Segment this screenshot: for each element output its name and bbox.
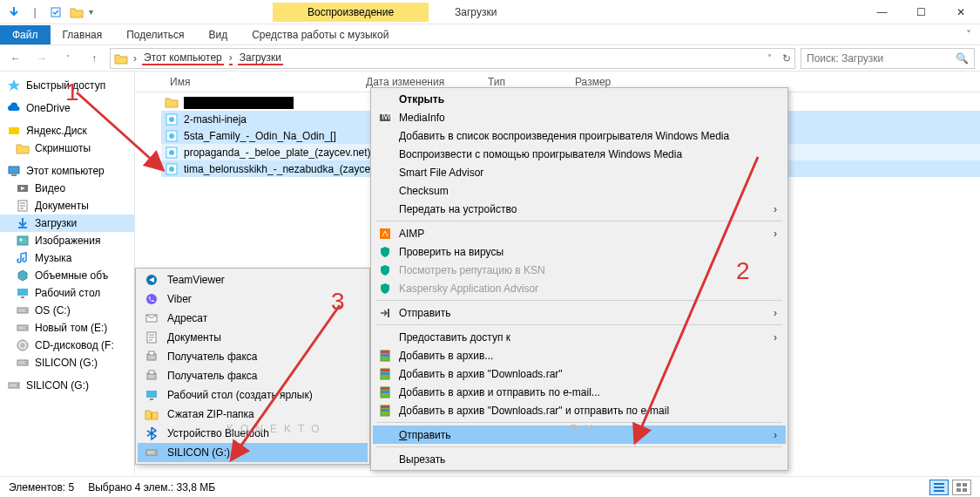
col-type[interactable]: Тип (479, 76, 566, 88)
view-details-button[interactable] (929, 480, 949, 495)
sidebar-item[interactable]: OneDrive (0, 99, 134, 117)
menu-label: Отправить (399, 429, 451, 441)
sidebar-item[interactable]: Музыка (0, 249, 134, 267)
menu-label: Kaspersky Application Advisor (399, 283, 538, 295)
hdd-icon (16, 303, 30, 317)
checkbox-icon[interactable] (47, 3, 64, 21)
svg-rect-9 (21, 296, 24, 298)
dropdown-icon[interactable]: | (26, 3, 44, 21)
submenu-item[interactable]: Документы (138, 328, 368, 347)
submenu-item[interactable]: TeamViewer (138, 270, 368, 289)
svg-rect-46 (381, 351, 389, 353)
tab-view[interactable]: Вид (196, 25, 240, 44)
minimize-button[interactable]: — (862, 0, 902, 24)
submenu-item[interactable]: Сжатая ZIP-папка (138, 405, 368, 424)
col-name[interactable]: Имя (161, 76, 357, 88)
menu-item[interactable]: Добавить в архив "Downloads.rar" (373, 364, 786, 383)
menu-item[interactable]: MIMediaInfo (373, 108, 786, 126)
sidebar-item[interactable]: Изображения (0, 232, 134, 249)
ydisk-icon (7, 124, 21, 138)
search-box[interactable]: 🔍 (801, 48, 975, 69)
svg-rect-56 (381, 409, 389, 412)
submenu-item[interactable]: Рабочий стол (создать ярлык) (138, 385, 368, 405)
col-date[interactable]: Дата изменения (357, 76, 479, 88)
chevron-right-icon[interactable]: › (229, 51, 233, 65)
menu-label: Открыть (399, 93, 444, 106)
expand-ribbon-icon[interactable]: ˅ (957, 29, 980, 41)
submenu-item[interactable]: Получатель факса (138, 366, 368, 385)
search-input[interactable] (807, 52, 956, 65)
tab-file[interactable]: Файл (0, 25, 51, 44)
dropdown-icon[interactable]: ˅ (767, 53, 772, 63)
address-bar[interactable]: › Этот компьютер › Загрузки ˅ ↻ (110, 48, 795, 69)
menu-item[interactable]: Отправить› (373, 303, 786, 322)
cd-icon (16, 338, 30, 352)
close-button[interactable]: ✕ (941, 0, 980, 24)
sidebar-item[interactable]: Рабочий стол (0, 284, 134, 302)
submenu-item[interactable]: Viber (138, 289, 368, 309)
sidebar-item[interactable]: Видео (0, 180, 134, 197)
sidebar-item[interactable]: Документы (0, 197, 134, 214)
arrow-down-icon[interactable] (5, 3, 23, 21)
forward-button[interactable]: → (31, 48, 52, 69)
svg-rect-37 (150, 398, 153, 400)
menu-item[interactable]: Передать на устройство› (373, 200, 786, 218)
tab-share[interactable]: Поделиться (114, 25, 196, 44)
submenu-item[interactable]: Получатель факса (138, 347, 368, 366)
submenu-item[interactable]: Адресат (138, 309, 368, 328)
rar-icon (378, 349, 392, 363)
menu-item[interactable]: Отправить› (373, 426, 786, 444)
tab-music-tools[interactable]: Средства работы с музыкой (240, 25, 401, 44)
folder-icon[interactable] (68, 3, 85, 21)
submenu-item[interactable]: SILICON (G:) (138, 443, 368, 462)
sidebar-item[interactable]: Новый том (E:) (0, 319, 134, 337)
sidebar-item[interactable]: Быстрый доступ (0, 77, 134, 94)
menu-item[interactable]: Smart File Advisor (373, 163, 786, 181)
breadcrumb-pc[interactable]: Этот компьютер (142, 51, 224, 65)
sidebar-item[interactable]: OS (C:) (0, 302, 134, 319)
menu-item[interactable]: Добавить в архив "Downloads.rar" и отпра… (373, 401, 786, 419)
chevron-right-icon[interactable]: › (133, 52, 137, 65)
svg-rect-55 (381, 405, 389, 408)
refresh-icon[interactable]: ↻ (777, 52, 791, 65)
sidebar-item[interactable]: CD-дисковод (F: (0, 337, 134, 354)
sidebar-item[interactable]: SILICON (G:) (0, 354, 134, 371)
3d-icon (16, 269, 30, 283)
sidebar-item[interactable]: Загрузки (0, 214, 134, 232)
star-icon (7, 78, 21, 92)
dropdown-icon[interactable]: ▾ (89, 7, 93, 17)
up-button[interactable]: ↑ (84, 48, 105, 69)
back-button[interactable]: ← (5, 48, 26, 69)
folder-icon (16, 141, 30, 155)
sidebar-item[interactable]: Скриншоты (0, 140, 134, 157)
submenu-label: Рабочий стол (создать ярлык) (167, 389, 313, 401)
sidebar-item[interactable]: Объемные объ (0, 267, 134, 284)
submenu-item[interactable]: Устройство Bluetooth (138, 424, 368, 443)
status-bar: Элементов: 5 Выбрано 4 элем.: 33,8 МБ (0, 476, 980, 497)
sidebar-item[interactable]: Яндекс.Диск (0, 122, 134, 140)
menu-item[interactable]: Вырезать (373, 450, 786, 468)
kasp-icon (378, 263, 392, 277)
menu-item[interactable]: Открыть (373, 90, 786, 108)
view-thumbnails-button[interactable] (952, 480, 971, 495)
breadcrumb-downloads[interactable]: Загрузки (238, 51, 283, 65)
menu-item[interactable]: AIMP› (373, 224, 786, 242)
menu-item[interactable]: Добавить в архив... (373, 346, 786, 364)
svg-point-13 (25, 327, 27, 329)
maximize-button[interactable]: ☐ (902, 0, 941, 24)
col-size[interactable]: Размер (566, 76, 619, 88)
history-dropdown-icon[interactable]: ˅ (57, 48, 78, 69)
sidebar-item[interactable]: Этот компьютер (0, 162, 134, 180)
menu-item[interactable]: Checksum (373, 181, 786, 200)
menu-item[interactable]: Добавить в архив и отправить по e-mail..… (373, 383, 786, 401)
sidebar-item[interactable]: SILICON (G:) (0, 377, 134, 394)
menu-item[interactable]: Предоставить доступ к› (373, 328, 786, 346)
search-icon[interactable]: 🔍 (956, 52, 969, 65)
menu-item[interactable]: Проверить на вирусы (373, 242, 786, 261)
menu-item[interactable]: Воспроизвести с помощью проигрывателя Wi… (373, 145, 786, 163)
menu-item[interactable]: Добавить в список воспроизведения проигр… (373, 126, 786, 145)
chevron-right-icon: › (774, 331, 777, 344)
svg-point-29 (146, 294, 157, 304)
tab-home[interactable]: Главная (51, 25, 115, 44)
svg-rect-62 (956, 488, 961, 492)
